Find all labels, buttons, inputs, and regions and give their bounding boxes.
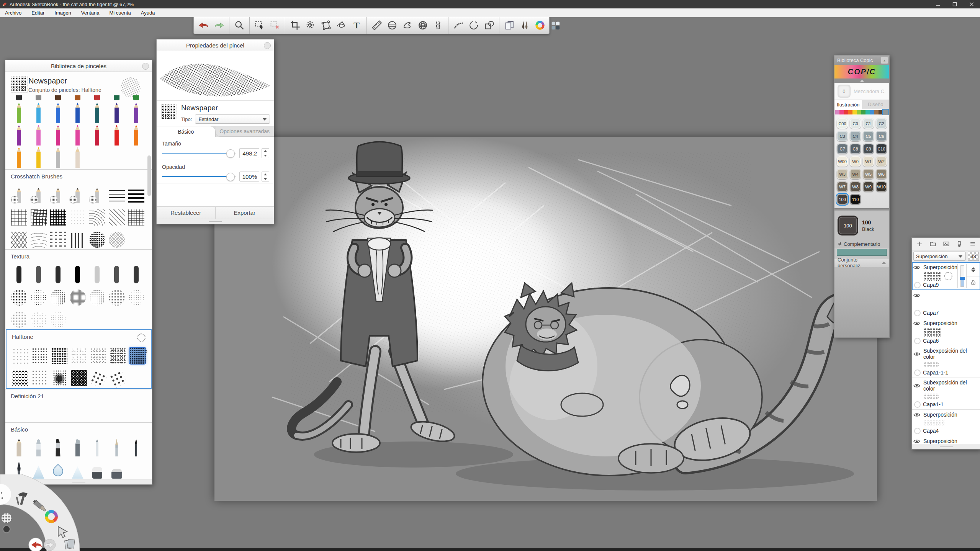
copic-swatch-110[interactable]: 110 [850, 194, 861, 204]
brush-item[interactable] [10, 306, 28, 328]
brush-item[interactable] [69, 181, 87, 203]
menu-mi-cuenta[interactable]: Mi cuenta [104, 8, 136, 17]
brush-item[interactable] [108, 181, 126, 203]
layer-visibility-toggle[interactable] [913, 384, 920, 388]
ruler-icon[interactable] [369, 18, 384, 32]
layer-item[interactable]: Subexposición del colorCapa1-1-1 [912, 346, 980, 378]
properties-resize-handle[interactable] [157, 219, 274, 224]
brush-item[interactable] [89, 342, 107, 364]
brush-item[interactable] [127, 181, 145, 203]
brush-item[interactable] [108, 226, 126, 248]
brush-item[interactable] [49, 226, 67, 248]
brush-item[interactable] [10, 123, 28, 146]
brush-item[interactable] [49, 434, 67, 456]
brush-item[interactable] [88, 261, 106, 283]
brush-item[interactable] [89, 364, 107, 386]
layer-thumbnail[interactable] [923, 420, 945, 425]
copic-swatch-C0[interactable]: C0 [850, 118, 861, 129]
copic-swatch-W9[interactable]: W9 [863, 181, 874, 192]
panel-collapse-button[interactable] [142, 63, 149, 70]
copic-swatch-W2[interactable]: W2 [876, 156, 887, 167]
brush-item[interactable] [108, 261, 126, 283]
layers-resize-handle[interactable] [912, 444, 980, 449]
brush-item[interactable] [29, 95, 47, 101]
brush-item[interactable] [127, 95, 145, 101]
brush-item[interactable] [127, 434, 145, 456]
brush-item[interactable] [127, 283, 145, 306]
copic-swatch-W8[interactable]: W8 [850, 181, 861, 192]
brush-item[interactable] [50, 364, 68, 386]
brush-item[interactable] [49, 203, 67, 226]
undo-icon[interactable] [29, 538, 43, 551]
brush-item[interactable] [49, 146, 67, 168]
menu-editar[interactable]: Editar [26, 8, 49, 17]
perspective-icon[interactable] [415, 18, 430, 32]
copic-collapse-strip[interactable] [834, 78, 889, 83]
layer-thumbnail[interactable] [923, 271, 941, 281]
select-icon[interactable] [252, 18, 267, 32]
brush-item[interactable] [108, 101, 126, 123]
opacity-slider-knob[interactable] [226, 173, 235, 181]
transform-icon[interactable] [318, 18, 334, 32]
lasso-move-icon[interactable] [303, 18, 318, 32]
brush-item[interactable] [49, 101, 67, 123]
copic-family-5[interactable] [857, 110, 861, 114]
copic-swatch-W1[interactable]: W1 [863, 156, 874, 167]
menu-imagen[interactable]: Imagen [49, 8, 76, 17]
brush-item[interactable] [29, 434, 47, 456]
brush-item[interactable] [88, 456, 106, 479]
brush-item[interactable] [49, 261, 67, 283]
layer-visibility-toggle[interactable] [913, 352, 920, 356]
menu-ventana[interactable]: Ventana [76, 8, 105, 17]
minimize-button[interactable] [929, 0, 946, 8]
layer-opacity-slider[interactable] [959, 265, 965, 288]
layer-name[interactable]: Capa9 [923, 282, 939, 288]
layer-name[interactable]: Capa1-1-1 [923, 370, 948, 376]
fill-icon[interactable] [334, 18, 349, 32]
copic-family-6[interactable] [861, 110, 865, 114]
layer-thumbnail[interactable] [923, 327, 941, 337]
brush-type-select[interactable]: Estándar [195, 114, 270, 124]
brush-item[interactable] [108, 95, 126, 101]
brush-item[interactable] [11, 342, 29, 364]
brush-item[interactable] [31, 364, 49, 386]
section-label[interactable]: Crosshatch Brushes [5, 170, 152, 181]
copic-swatch-100[interactable]: 100 [837, 194, 848, 204]
layer-reorder-button[interactable] [967, 264, 980, 276]
opacity-value[interactable]: 100% [239, 172, 259, 181]
redo-icon[interactable] [211, 18, 227, 32]
deselect-icon[interactable] [267, 18, 283, 32]
layer-visibility-toggle[interactable] [913, 413, 920, 417]
copic-swatch-W3[interactable]: W3 [837, 169, 848, 179]
brush-item[interactable] [127, 101, 145, 123]
text-icon[interactable]: T [349, 18, 364, 32]
opacity-slider[interactable] [162, 173, 237, 180]
brush-item[interactable] [10, 434, 28, 456]
layer-visibility-toggle[interactable] [913, 321, 920, 325]
brush-item[interactable] [128, 342, 146, 364]
brush-item[interactable] [69, 203, 87, 226]
layer-visibility-toggle[interactable] [913, 439, 920, 443]
copic-swatch-W7[interactable]: W7 [837, 181, 848, 192]
layer-editor-icon[interactable] [502, 18, 517, 32]
copic-family-3[interactable] [848, 110, 852, 114]
brush-item[interactable] [88, 226, 106, 248]
menu-archivo[interactable]: Archivo [0, 8, 26, 17]
brush-item[interactable] [69, 226, 87, 248]
brush-item[interactable] [10, 146, 28, 168]
brush-item[interactable] [49, 181, 67, 203]
copic-header[interactable]: Biblioteca Copic x [834, 56, 889, 65]
size-slider[interactable] [162, 149, 237, 157]
brush-item[interactable] [49, 95, 67, 101]
copic-selected-swatch[interactable]: 100 [838, 216, 858, 235]
copic-family-1[interactable] [839, 110, 844, 114]
layer-opacity-value[interactable]: 33 [968, 252, 979, 261]
brush-item[interactable] [69, 434, 87, 456]
brush-item[interactable] [70, 342, 88, 364]
copic-swatch-C00[interactable]: C00 [837, 118, 848, 129]
brush-item[interactable] [49, 123, 67, 146]
current-color-icon[interactable] [3, 526, 10, 533]
copic-swatch-C5[interactable]: C5 [863, 131, 874, 141]
current-brush-icon[interactable] [2, 513, 11, 523]
color-wheel-icon[interactable] [532, 18, 548, 32]
